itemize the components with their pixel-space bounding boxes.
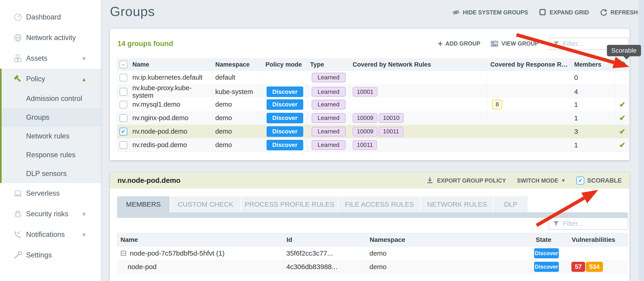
policy-icon — [13, 74, 22, 83]
network-rule-badge: 10011 — [379, 127, 403, 136]
serverless-icon — [13, 189, 22, 198]
page-toolbar: HIDE SYSTEM GROUPS EXPAND GRID REFRESH — [452, 8, 638, 16]
column-header-name[interactable]: Name — [117, 233, 283, 247]
assets-icon — [13, 54, 22, 63]
sidebar-item-security-risks[interactable]: Security risks ▾ — [0, 204, 101, 224]
chevron-down-icon: ▾ — [82, 210, 86, 218]
column-header-vulnerabilities[interactable]: Vulnerabilities — [568, 233, 628, 247]
sidebar-item-network-activity[interactable]: Network activity — [0, 27, 101, 48]
sidebar-item-serverless[interactable]: Serverless — [0, 183, 101, 204]
sidebar-policy-section: Policy ▴ Admission control Groups Networ… — [0, 69, 101, 183]
sidebar-item-response-rules[interactable]: Response rules — [0, 146, 101, 164]
group-detail-panel: nv.node-pod.demo EXPORT GROUP POLICY SWI… — [110, 173, 629, 281]
network-rule-badge: 10011 — [353, 140, 377, 150]
member-name: node-pod-7c57bdbf5d-5hfvt (1) — [130, 250, 225, 257]
sidebar-item-settings[interactable]: Settings — [0, 245, 101, 266]
response-rule-badge: 8 — [492, 100, 502, 109]
row-checkbox[interactable] — [120, 88, 127, 96]
scorable-checkbox[interactable]: ✔ — [576, 177, 584, 184]
sidebar-item-network-rules[interactable]: Network rules — [0, 127, 101, 146]
policy-mode-button[interactable]: Discover — [266, 140, 303, 150]
chevron-down-icon: ▾ — [82, 231, 86, 239]
groups-count: 14 groups found — [118, 39, 173, 48]
groups-table-header: – Name Namespace Policy mode Type Covere… — [117, 58, 629, 71]
row-checkbox-checked[interactable]: ✔ — [120, 128, 127, 135]
hide-system-groups-button[interactable]: HIDE SYSTEM GROUPS — [452, 8, 528, 16]
policy-mode-button[interactable]: Discover — [266, 86, 303, 97]
column-header-type[interactable]: Type — [307, 59, 350, 70]
policy-mode-button[interactable]: Discover — [266, 113, 303, 123]
sidebar-item-assets[interactable]: Assets ▾ — [0, 48, 101, 69]
table-row[interactable]: nv.ip.kubernetes.default default Learned… — [117, 71, 629, 84]
sidebar-item-notifications[interactable]: Notifications ▾ — [0, 224, 101, 245]
column-header-namespace[interactable]: Namespace — [212, 59, 263, 70]
table-row[interactable]: nv.redis-pod.demo demo Discover Learned … — [117, 138, 629, 152]
tab-members[interactable]: MEMBERS — [117, 196, 170, 212]
row-checkbox[interactable] — [120, 101, 127, 108]
view-group-icon — [490, 39, 498, 48]
check-mark: ✔ — [121, 129, 126, 134]
vulnerability-high-badge: 57 — [572, 262, 585, 272]
column-header-state[interactable]: State — [532, 233, 568, 247]
members-count: 1 — [572, 138, 616, 152]
table-row[interactable]: nv.nginx-pod.demo demo Discover Learned … — [117, 111, 629, 125]
select-all-checkbox[interactable]: – — [120, 61, 127, 68]
column-header-response-rules[interactable]: Covered by Response R… — [488, 59, 572, 70]
column-header-network-rules[interactable]: Covered by Network Rules — [350, 59, 488, 70]
chevron-up-icon: ▴ — [82, 75, 86, 83]
sidebar-item-admission-control[interactable]: Admission control — [0, 89, 101, 108]
sidebar-item-policy[interactable]: Policy ▴ — [0, 69, 101, 89]
members-count: 1 — [572, 98, 616, 111]
members-filter-input[interactable] — [563, 220, 624, 228]
row-checkbox[interactable] — [120, 141, 127, 149]
tab-process-profile-rules[interactable]: PROCESS PROFILE RULES — [242, 196, 338, 212]
group-namespace: demo — [212, 138, 263, 152]
expand-grid-button[interactable]: EXPAND GRID — [539, 8, 589, 16]
table-row[interactable]: nv.mysql1.demo demo Discover Learned 8 1… — [117, 98, 629, 111]
network-activity-icon — [13, 33, 22, 42]
table-row[interactable]: nv.kube-proxy.kube-system kube-system Di… — [117, 84, 629, 98]
members-count: 3 — [572, 125, 616, 138]
row-checkbox[interactable] — [120, 114, 127, 122]
policy-mode-button[interactable]: Discover — [266, 126, 303, 137]
group-namespace: demo — [212, 98, 263, 111]
state-badge: Discover — [534, 262, 559, 272]
column-header-namespace[interactable]: Namespace — [366, 233, 532, 247]
sidebar-item-label: Policy — [26, 75, 45, 83]
sidebar-item-dashboard[interactable]: Dashboard — [0, 7, 101, 27]
sidebar-item-dlp-sensors[interactable]: DLP sensors — [0, 164, 101, 183]
table-row[interactable]: node-pod 4c306db83988... demo Discover 5… — [117, 260, 628, 274]
groups-table: – Name Namespace Policy mode Type Covere… — [117, 58, 629, 152]
member-id: 4c306db83988... — [283, 260, 366, 274]
column-header-policy-mode[interactable]: Policy mode — [263, 59, 307, 70]
row-checkbox[interactable] — [120, 74, 127, 81]
sidebar-item-label: Serverless — [26, 189, 60, 198]
sidebar-item-groups[interactable]: Groups — [0, 108, 101, 127]
tab-dlp[interactable]: DLP — [494, 196, 528, 212]
view-group-button[interactable]: VIEW GROUP — [490, 39, 539, 48]
switch-mode-button[interactable]: SWITCH MODE ▼ — [517, 177, 566, 184]
table-row-selected[interactable]: ✔ nv.node-pod.demo demo Discover Learned… — [117, 125, 629, 138]
tab-custom-check[interactable]: CUSTOM CHECK — [170, 196, 241, 212]
scrollbar-track[interactable] — [638, 0, 644, 281]
column-header-id[interactable]: Id — [283, 233, 366, 247]
add-group-button[interactable]: + ADD GROUP — [438, 39, 480, 48]
tab-network-rules[interactable]: NETWORK RULES — [421, 196, 493, 212]
type-badge: Learned — [312, 87, 346, 97]
column-header-members[interactable]: Members — [572, 59, 616, 70]
policy-mode-button[interactable]: Discover — [266, 99, 303, 110]
state-badge: Discover — [534, 248, 559, 258]
table-row[interactable]: node-pod-7c57bdbf5d-5hfvt (1) 35f6f2cc3c… — [117, 247, 628, 260]
collapse-icon[interactable] — [120, 250, 127, 257]
detail-tabs: MEMBERS CUSTOM CHECK PROCESS PROFILE RUL… — [117, 196, 629, 212]
group-detail-title: nv.node-pod.demo — [118, 176, 180, 185]
column-header-name[interactable]: Name — [130, 59, 212, 70]
refresh-button[interactable]: REFRESH — [600, 8, 638, 16]
settings-icon — [13, 251, 22, 260]
tab-file-access-rules[interactable]: FILE ACCESS RULES — [338, 196, 420, 212]
type-badge: Learned — [312, 140, 346, 150]
scorable-tooltip: Scorable — [607, 45, 641, 56]
tab-strip — [117, 212, 628, 218]
scorable-toggle[interactable]: ✔ SCORABLE — [576, 177, 622, 184]
export-group-policy-button[interactable]: EXPORT GROUP POLICY — [426, 176, 506, 185]
